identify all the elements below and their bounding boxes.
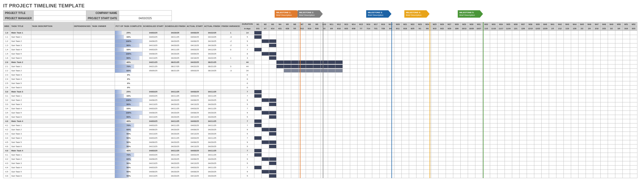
cell-tt[interactable]: Sub Task 3 (10, 102, 31, 107)
gantt-cell[interactable] (387, 132, 394, 136)
gantt-cell[interactable] (482, 39, 490, 43)
cell-wbs[interactable]: 4.3 (3, 161, 10, 166)
gantt-cell[interactable] (365, 56, 372, 60)
gantt-cell[interactable] (306, 128, 313, 132)
gantt-cell[interactable] (298, 39, 306, 43)
gantt-cell[interactable] (586, 128, 593, 132)
gantt-cell[interactable] (622, 81, 630, 86)
gantt-cell[interactable] (497, 111, 505, 115)
cell-dep[interactable] (73, 52, 91, 56)
cell-dur[interactable]: 7 (240, 107, 254, 111)
cell-date[interactable]: 06/17/25 (164, 64, 186, 69)
cell-own[interactable] (91, 60, 115, 64)
gantt-cell[interactable] (431, 149, 438, 153)
gantt-cell[interactable] (343, 170, 350, 174)
gantt-cell[interactable] (505, 86, 512, 90)
cell-date[interactable] (164, 81, 186, 86)
gantt-cell[interactable] (630, 161, 637, 166)
gantt-cell[interactable] (622, 153, 630, 157)
gantt-cell[interactable] (475, 174, 482, 178)
gantt-cell[interactable] (622, 123, 630, 128)
gantt-cell[interactable] (446, 102, 453, 107)
gantt-cell[interactable] (306, 73, 313, 77)
gantt-cell[interactable] (586, 132, 593, 136)
gantt-cell[interactable] (519, 136, 527, 140)
gantt-cell[interactable] (438, 119, 446, 123)
gantt-cell[interactable] (534, 35, 541, 39)
gantt-cell[interactable] (365, 161, 372, 166)
gantt-cell[interactable] (497, 31, 505, 35)
gantt-cell[interactable] (497, 123, 505, 128)
gantt-cell[interactable] (284, 60, 291, 64)
cell-date[interactable]: 04/11/25 (164, 107, 186, 111)
gantt-cell[interactable] (586, 86, 593, 90)
gantt-cell[interactable] (453, 128, 460, 132)
cell-dur[interactable]: 8 (240, 52, 254, 56)
gantt-cell[interactable] (564, 123, 571, 128)
gantt-cell[interactable] (512, 111, 519, 115)
gantt-cell[interactable] (468, 102, 475, 107)
gantt-cell[interactable] (541, 170, 549, 174)
gantt-cell[interactable] (497, 132, 505, 136)
gantt-cell[interactable] (328, 153, 335, 157)
gantt-cell[interactable] (593, 77, 600, 81)
gantt-cell[interactable] (387, 77, 394, 81)
gantt-cell[interactable] (468, 144, 475, 149)
gantt-cell[interactable] (578, 115, 586, 119)
cell-own[interactable] (91, 102, 115, 107)
cell-date[interactable]: 04/13/25 (186, 43, 203, 48)
gantt-cell[interactable] (468, 35, 475, 39)
gantt-cell[interactable] (313, 81, 320, 86)
gantt-cell[interactable] (512, 140, 519, 144)
gantt-cell[interactable] (512, 166, 519, 170)
gantt-cell[interactable] (328, 77, 335, 81)
gantt-cell[interactable] (335, 115, 343, 119)
gantt-cell[interactable] (497, 102, 505, 107)
gantt-cell[interactable] (497, 136, 505, 140)
gantt-cell[interactable] (475, 157, 482, 161)
cell-date[interactable]: 04/20/25 (164, 174, 186, 178)
gantt-cell[interactable] (512, 128, 519, 132)
gantt-cell[interactable] (600, 123, 608, 128)
gantt-cell[interactable] (586, 166, 593, 170)
gantt-cell[interactable] (512, 56, 519, 60)
gantt-cell[interactable] (541, 136, 549, 140)
gantt-cell[interactable] (468, 31, 475, 35)
gantt-cell[interactable] (328, 81, 335, 86)
gantt-cell[interactable] (556, 111, 564, 115)
gantt-cell[interactable] (453, 52, 460, 56)
gantt-cell[interactable] (571, 170, 578, 174)
gantt-cell[interactable] (490, 170, 497, 174)
gantt-cell[interactable] (328, 111, 335, 115)
gantt-cell[interactable] (593, 86, 600, 90)
gantt-cell[interactable] (571, 35, 578, 39)
gantt-cell[interactable] (630, 43, 637, 48)
gantt-cell[interactable] (556, 128, 564, 132)
cell-date[interactable]: 04/11/25 (203, 153, 221, 157)
gantt-cell[interactable] (320, 35, 328, 39)
gantt-cell[interactable] (578, 31, 586, 35)
cell-fv[interactable] (221, 170, 241, 174)
cell-pct[interactable]: 0% (115, 73, 142, 77)
gantt-cell[interactable] (335, 132, 343, 136)
gantt-cell[interactable] (630, 132, 637, 136)
gantt-cell[interactable] (438, 86, 446, 90)
cell-date[interactable]: 06/19/25 (203, 69, 221, 73)
gantt-cell[interactable] (453, 60, 460, 64)
gantt-cell[interactable] (475, 98, 482, 102)
gantt-cell[interactable] (460, 56, 468, 60)
gantt-cell[interactable] (622, 136, 630, 140)
gantt-cell[interactable] (556, 81, 564, 86)
gantt-cell[interactable] (460, 149, 468, 153)
gantt-cell[interactable] (453, 43, 460, 48)
gantt-cell[interactable] (328, 123, 335, 128)
gantt-cell[interactable] (416, 69, 424, 73)
gantt-cell[interactable] (431, 73, 438, 77)
gantt-cell[interactable] (254, 119, 261, 123)
cell-td[interactable] (31, 140, 73, 144)
gantt-cell[interactable] (394, 81, 401, 86)
gantt-cell[interactable] (394, 128, 401, 132)
cell-dur[interactable]: 9 (240, 98, 254, 102)
gantt-cell[interactable] (578, 144, 586, 149)
gantt-cell[interactable] (365, 140, 372, 144)
